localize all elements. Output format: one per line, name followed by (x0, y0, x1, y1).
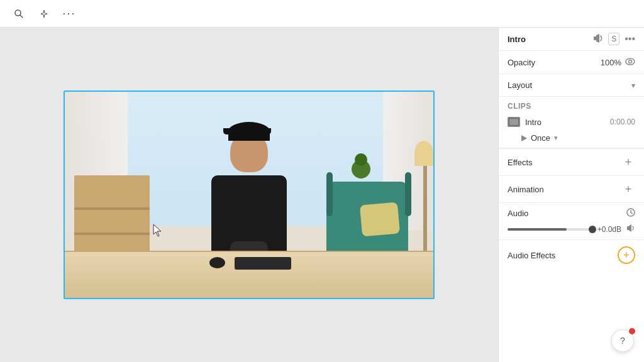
audio-slider[interactable] (508, 228, 592, 231)
scene (65, 92, 433, 298)
video-frame (64, 90, 435, 299)
audio-db-value: +0.0dB (597, 225, 621, 234)
clip-thumbnail (508, 117, 520, 127)
add-effects-button[interactable]: + (621, 155, 635, 169)
help-label: ? (620, 336, 625, 346)
once-chevron-icon: ▾ (554, 134, 558, 142)
main-area: Intro S ••• Opacity 100% (0, 28, 644, 362)
person-figure (205, 134, 293, 260)
opacity-label: Opacity (508, 58, 601, 67)
opacity-value: 100% (601, 58, 621, 67)
right-panel: Intro S ••• Opacity 100% (498, 28, 644, 362)
audio-effects-row: Audio Effects + (499, 239, 644, 270)
clips-header: Clips (499, 97, 644, 113)
effects-label: Effects (508, 158, 621, 167)
add-audio-effects-button[interactable]: + (618, 246, 635, 264)
add-animation-button[interactable]: + (621, 182, 635, 196)
speaker-icon (626, 224, 635, 234)
opacity-row: Opacity 100% (499, 51, 644, 74)
clock-icon (626, 208, 635, 219)
play-icon (521, 135, 527, 141)
svg-line-1 (20, 15, 23, 18)
help-button-container: ? (611, 329, 634, 352)
audio-slider-row: +0.0dB (508, 224, 635, 234)
help-notification-badge (629, 328, 635, 334)
svg-line-9 (631, 212, 633, 214)
more-options-icon[interactable]: ··· (60, 5, 78, 23)
desk (65, 251, 433, 298)
help-button[interactable]: ? (611, 329, 634, 352)
svg-rect-2 (594, 36, 596, 40)
svg-point-4 (629, 60, 632, 63)
svg-rect-6 (509, 119, 518, 125)
clip-time: 0:00.00 (610, 118, 635, 126)
intro-title: Intro (508, 35, 588, 44)
clip-name: Intro (525, 118, 605, 127)
chevron-down-icon: ▾ (631, 81, 635, 90)
s-badge: S (608, 33, 619, 45)
toolbar: ··· (0, 0, 644, 28)
visibility-icon[interactable] (625, 57, 635, 67)
audio-section: Audio +0.0dB (499, 202, 644, 239)
once-label: Once (531, 133, 550, 143)
clip-item[interactable]: Intro 0:00.00 (499, 113, 644, 131)
animation-label: Animation (508, 185, 621, 194)
mouse-cursor (153, 224, 164, 241)
clips-section: Clips Intro 0:00.00 Once ▾ (499, 97, 644, 148)
layout-row[interactable]: Layout ▾ (499, 74, 644, 97)
intro-header-row: Intro S ••• (499, 28, 644, 51)
svg-point-3 (626, 58, 635, 65)
audio-icon (593, 34, 603, 45)
search-icon[interactable] (10, 5, 28, 23)
layout-label: Layout (508, 80, 631, 90)
effects-row: Effects + (499, 148, 644, 175)
animation-row: Animation + (499, 175, 644, 202)
canvas-area (0, 28, 498, 362)
audio-effects-label: Audio Effects (508, 251, 618, 260)
once-row[interactable]: Once ▾ (499, 131, 644, 148)
audio-label: Audio (508, 209, 626, 218)
sparkle-icon[interactable] (35, 5, 53, 23)
svg-rect-10 (627, 226, 629, 230)
more-menu-icon[interactable]: ••• (625, 33, 635, 45)
